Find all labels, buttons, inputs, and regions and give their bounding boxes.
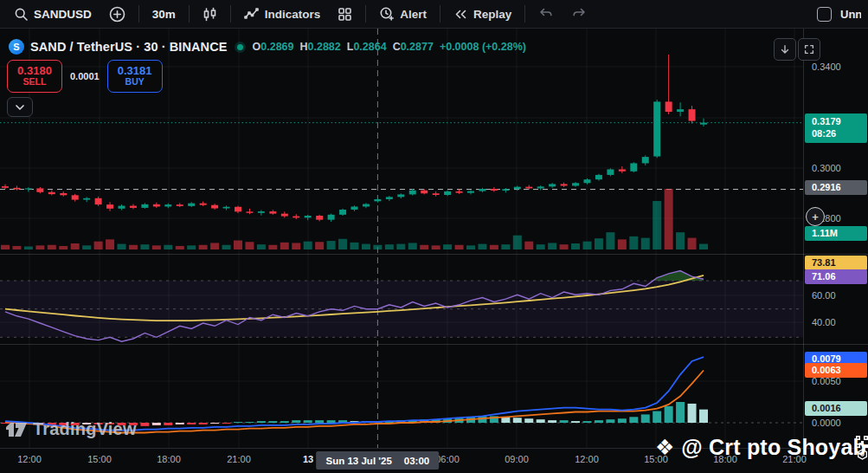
volume-bar bbox=[455, 245, 464, 249]
chart-type-button[interactable] bbox=[196, 3, 224, 25]
candle-body bbox=[525, 187, 532, 189]
volume-bar bbox=[501, 244, 510, 249]
ohlc-values: O0.2869 H0.2882 L0.2864 C0.2877 +0.0008 … bbox=[253, 41, 526, 53]
volume-bar bbox=[699, 244, 708, 249]
buy-button[interactable]: 0.3181 BUY bbox=[107, 60, 163, 93]
toolbar-separator bbox=[365, 5, 366, 23]
volume-bar bbox=[1, 245, 10, 249]
layout-grid-button[interactable] bbox=[331, 3, 359, 25]
symbol-search-button[interactable]: SANDUSD bbox=[7, 3, 99, 25]
volume-bar bbox=[362, 244, 370, 249]
time-axis-label: 13 bbox=[303, 454, 313, 464]
indicators-button[interactable]: Indicators bbox=[237, 3, 328, 25]
prev-close-badge: 0.2916 bbox=[805, 180, 867, 195]
macd-histogram-bar bbox=[524, 418, 533, 423]
redo-button[interactable] bbox=[564, 3, 594, 25]
grid-icon bbox=[338, 7, 352, 22]
price-axis[interactable]: + 0.34000.32000.30000.280060.0040.000.00… bbox=[804, 29, 868, 449]
volume-bar bbox=[12, 246, 21, 249]
redo-icon bbox=[571, 7, 587, 21]
candle-body bbox=[95, 198, 102, 204]
candle-body bbox=[281, 214, 288, 217]
volume-bar bbox=[245, 242, 254, 249]
macd-histogram-bar bbox=[606, 419, 614, 423]
candle-body bbox=[467, 191, 474, 193]
volume-bar bbox=[595, 238, 603, 249]
layout-name-button[interactable]: Unn bbox=[840, 8, 861, 21]
volume-bar bbox=[199, 245, 208, 249]
volume-bar bbox=[187, 245, 196, 249]
rsi-overbought-fill bbox=[653, 271, 704, 281]
maximize-pane-button[interactable] bbox=[798, 38, 820, 61]
candle-body bbox=[258, 211, 265, 213]
volume-bar bbox=[304, 242, 312, 249]
market-status-icon[interactable] bbox=[237, 44, 243, 50]
volume-bar bbox=[513, 236, 522, 249]
rsi-badge: 71.06 bbox=[805, 269, 867, 284]
volume-bar bbox=[665, 189, 673, 249]
candle-body bbox=[211, 205, 218, 209]
volume-bar bbox=[548, 243, 556, 249]
candle-body bbox=[339, 210, 346, 215]
volume-bar bbox=[490, 245, 498, 249]
macd-histogram-bar bbox=[665, 406, 673, 423]
diamond-icon: ❖ bbox=[655, 437, 674, 458]
candle-body bbox=[386, 197, 393, 199]
candle-body bbox=[456, 191, 463, 193]
interval-button[interactable]: 30m bbox=[145, 3, 183, 25]
candle-body bbox=[223, 207, 230, 209]
candle-body bbox=[677, 109, 684, 112]
replay-button[interactable]: Replay bbox=[447, 3, 518, 25]
candle-body bbox=[561, 184, 568, 185]
macd-histogram-bar bbox=[292, 420, 300, 423]
candle-body bbox=[60, 193, 67, 195]
price-axis-label: 0.3400 bbox=[812, 60, 841, 75]
macd-histogram-bar bbox=[618, 418, 627, 423]
alert-clock-icon bbox=[379, 6, 395, 22]
save-layout-checkbox[interactable] bbox=[817, 7, 832, 22]
sell-price: 0.3180 bbox=[17, 65, 52, 77]
sell-button[interactable]: 0.3180 SELL bbox=[7, 60, 62, 93]
volume-bar bbox=[35, 245, 44, 249]
volume-bar bbox=[106, 239, 114, 249]
volume-bar bbox=[432, 245, 440, 249]
volume-bar bbox=[94, 242, 103, 249]
volume-bar bbox=[292, 243, 300, 249]
tradingview-logo-icon bbox=[5, 420, 28, 439]
candle-body bbox=[316, 216, 323, 220]
price-axis-label: 40.00 bbox=[812, 315, 836, 330]
volume-bar bbox=[268, 245, 277, 249]
candle-body bbox=[83, 198, 90, 200]
candle-body bbox=[502, 189, 509, 191]
low-value: 0.2864 bbox=[353, 41, 386, 53]
alert-label: Alert bbox=[400, 8, 427, 21]
volume-bar bbox=[257, 244, 266, 249]
scroll-down-button[interactable] bbox=[774, 38, 796, 61]
price-axis-label: 0.3000 bbox=[812, 161, 841, 176]
tradingview-watermark[interactable]: TradingView bbox=[5, 419, 137, 439]
quick-order-plus-button[interactable]: + bbox=[806, 207, 825, 226]
candle-body bbox=[25, 188, 32, 189]
volume-bar bbox=[350, 243, 359, 249]
candle-body bbox=[2, 186, 9, 188]
macd-histogram-bar bbox=[245, 422, 254, 423]
undo-button[interactable] bbox=[531, 3, 561, 25]
macd-histogram-bar bbox=[537, 419, 545, 423]
volume-bar bbox=[210, 243, 219, 249]
macd-histogram-bar bbox=[513, 418, 522, 423]
time-axis-label: 12:00 bbox=[17, 454, 42, 464]
candle-body bbox=[351, 206, 358, 210]
high-value: 0.2882 bbox=[308, 41, 341, 53]
macd-histogram-bar bbox=[210, 423, 219, 424]
candle-body bbox=[328, 215, 335, 220]
compare-add-button[interactable] bbox=[102, 3, 132, 25]
volume-bar bbox=[478, 244, 486, 249]
volume-bar bbox=[385, 244, 394, 249]
alert-button[interactable]: Alert bbox=[372, 3, 434, 25]
symbol-title[interactable]: SAND / TetherUS · 30 · BINANCE bbox=[30, 40, 228, 54]
candle-body bbox=[397, 194, 404, 197]
time-axis-label: 18:00 bbox=[157, 454, 181, 464]
volume-bar bbox=[280, 243, 289, 249]
collapse-trade-button[interactable] bbox=[7, 97, 33, 117]
toolbar-separator bbox=[440, 5, 440, 23]
